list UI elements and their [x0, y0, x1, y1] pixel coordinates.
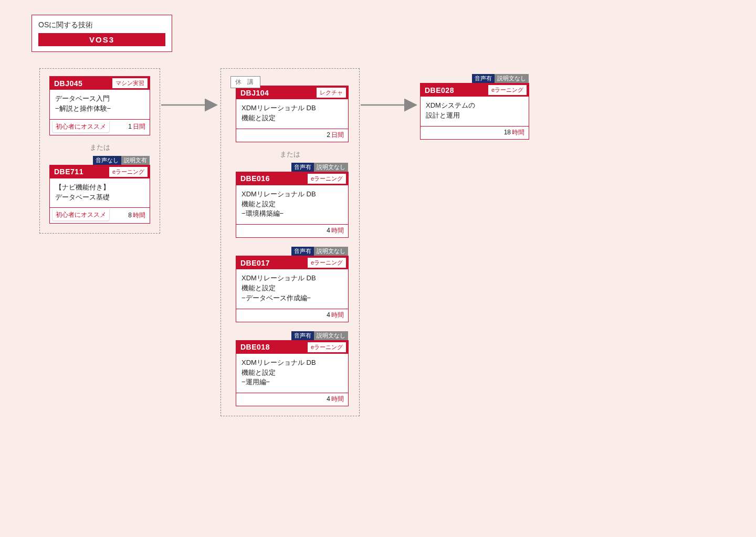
course-card-dbe016[interactable]: 音声有 説明文なし DBE016 eラーニング XDMリレーショナル DB 機能…	[236, 172, 349, 238]
category-header: OSに関する技術 VOS3	[32, 15, 172, 52]
course-card-dbe017[interactable]: 音声有 説明文なし DBE017 eラーニング XDMリレーショナル DB 機能…	[236, 256, 349, 322]
course-title: 【ナビ機能付き】 データベース基礎	[50, 178, 150, 208]
course-code: DBE711	[54, 167, 83, 176]
course-code: DBJ104	[240, 89, 269, 97]
course-title: XDMリレーショナル DB 機能と設定 −運用編−	[236, 354, 348, 393]
course-title: XDMリレーショナル DB 機能と設定 −環境構築編−	[236, 185, 348, 225]
duration: 4時間	[327, 311, 344, 320]
course-title: データベース入門 −解説と操作体験−	[50, 90, 150, 119]
category-title: OSに関する技術	[38, 20, 165, 30]
suspend-badge: 休 講	[230, 76, 260, 88]
course-code: DBJ045	[54, 79, 82, 88]
arrow-2	[360, 68, 420, 131]
category-bar: VOS3	[38, 33, 165, 46]
course-type-tag: eラーニング	[488, 85, 527, 95]
course-code: DBE018	[240, 343, 270, 351]
flow-columns: DBJ045 マシン実習 データベース入門 −解説と操作体験− 初心者にオススメ…	[39, 68, 536, 416]
course-card-dbj045[interactable]: DBJ045 マシン実習 データベース入門 −解説と操作体験− 初心者にオススメ…	[49, 76, 150, 135]
audio-badge: 音声有 説明文なし	[472, 74, 529, 83]
group-col2: 休 講 DBJ104 レクチャ XDMリレーショナル DB 機能と設定 2日間 …	[220, 68, 360, 416]
duration: 4時間	[327, 226, 344, 235]
course-type-tag: eラーニング	[308, 342, 346, 352]
course-title: XDMシステムの 設計と運用	[421, 97, 529, 126]
duration: 1日間	[128, 122, 145, 131]
course-title: XDMリレーショナル DB 機能と設定 −データベース作成編−	[236, 269, 348, 309]
course-title: XDMリレーショナル DB 機能と設定	[236, 99, 348, 129]
or-label: または	[230, 150, 350, 159]
course-card-dbj104[interactable]: DBJ104 レクチャ XDMリレーショナル DB 機能と設定 2日間	[236, 86, 349, 142]
course-code: DBE017	[240, 259, 270, 267]
course-type-tag: eラーニング	[109, 167, 148, 177]
course-code: DBE016	[240, 174, 270, 183]
course-card-dbe028[interactable]: 音声有 説明文なし DBE028 eラーニング XDMシステムの 設計と運用 1…	[420, 83, 529, 140]
audio-badge: 音声有 説明文なし	[291, 163, 348, 172]
col3: 音声有 説明文なし DBE028 eラーニング XDMシステムの 設計と運用 1…	[420, 68, 536, 140]
arrow-1	[160, 68, 220, 131]
duration: 4時間	[327, 395, 344, 404]
audio-badge: 音声有 説明文なし	[291, 247, 348, 256]
duration: 18時間	[504, 128, 524, 137]
course-type-tag: eラーニング	[308, 258, 346, 268]
course-type-tag: eラーニング	[308, 174, 346, 184]
duration: 8時間	[128, 211, 145, 220]
duration: 2日間	[327, 131, 344, 140]
course-code: DBE028	[425, 86, 454, 94]
course-card-dbe711[interactable]: 音声なし 説明文有 DBE711 eラーニング 【ナビ機能付き】 データベース基…	[49, 165, 150, 224]
course-card-dbe018[interactable]: 音声有 説明文なし DBE018 eラーニング XDMリレーショナル DB 機能…	[236, 340, 349, 407]
recommend-tag: 初心者にオススメ	[52, 121, 110, 133]
course-type-tag: マシン実習	[112, 78, 148, 88]
course-type-tag: レクチャ	[317, 88, 346, 98]
audio-badge: 音声なし 説明文有	[93, 156, 150, 165]
recommend-tag: 初心者にオススメ	[52, 209, 110, 221]
audio-badge: 音声有 説明文なし	[291, 331, 348, 340]
or-label: または	[49, 143, 150, 152]
group-col1: DBJ045 マシン実習 データベース入門 −解説と操作体験− 初心者にオススメ…	[39, 68, 160, 234]
